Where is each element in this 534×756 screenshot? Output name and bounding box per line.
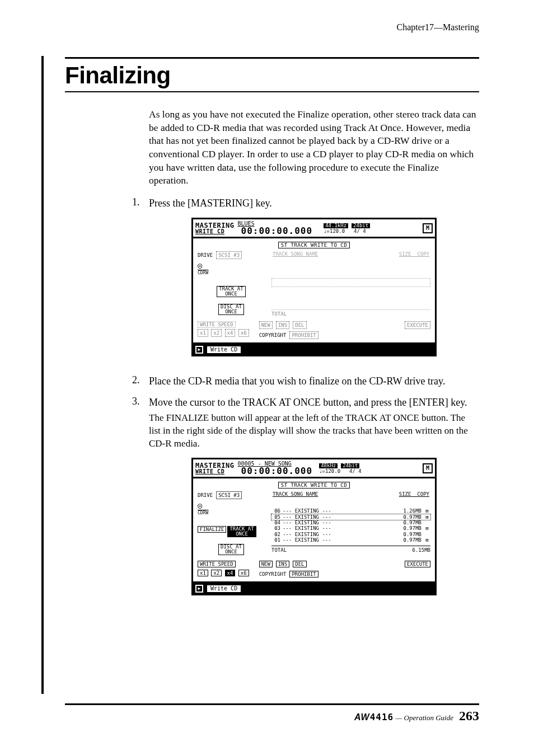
lcd2-drive-label: DRIVE <box>198 492 213 498</box>
speed-x1-button[interactable]: x1 <box>198 570 208 576</box>
speed-x4-button[interactable]: x4 <box>225 329 236 337</box>
lcd2-list-header-name: TRACK SONG NAME <box>273 491 318 497</box>
disc-icon: ◎ <box>198 501 202 510</box>
write-cd-tab[interactable]: Write CD <box>207 585 241 593</box>
lcd-screenshot-2: MASTERING WRITE CD 00005 - NEW SONG 00:0… <box>191 458 437 595</box>
track-number: 05 <box>271 514 280 520</box>
step-1-number: 1. <box>132 196 149 210</box>
title-rule-top <box>65 57 479 59</box>
lcd2-writecd-label: WRITE CD <box>195 469 235 475</box>
title-rule-bottom <box>65 91 479 92</box>
track-size: 0.97MB <box>396 537 421 543</box>
track-copy-flag: ⊠ <box>424 537 430 543</box>
track-row[interactable]: 05--- EXISTING ---0.97MB⊠ <box>271 514 430 520</box>
track-name: --- EXISTING --- <box>283 537 394 543</box>
execute-button[interactable]: EXECUTE <box>405 561 430 567</box>
track-row[interactable]: 02--- EXISTING ---0.97MB <box>271 532 430 537</box>
track-copy-flag: ⊠ <box>424 508 430 514</box>
lcd1-cdrw-label: CDRW <box>198 270 208 275</box>
brand-aw: AW <box>354 712 370 722</box>
lcd1-drive-selector[interactable]: SCSI #3 <box>216 251 242 259</box>
speed-x6-button[interactable]: x6 <box>238 329 249 337</box>
finalize-button[interactable]: FINALIZE <box>198 526 226 533</box>
disc-at-once-button[interactable]: DISC AT ONCE <box>218 304 244 315</box>
disc-at-once-button[interactable]: DISC AT ONCE <box>218 544 244 555</box>
track-name: --- EXISTING --- <box>283 520 394 525</box>
track-row[interactable]: 06--- EXISTING ---1.26MB⊠ <box>271 508 430 514</box>
track-size: 0.97MB <box>396 525 421 531</box>
lcd2-total-label: TOTAL <box>271 547 287 553</box>
step-3-subtext: The FINALIZE button will appear at the l… <box>149 412 479 450</box>
lcd1-bit-badge: 24bit <box>352 223 370 228</box>
lcd1-meter: 4/ 4 <box>354 228 366 234</box>
track-copy-flag <box>424 520 430 525</box>
step-2: 2. Place the CD-R media that you wish to… <box>132 374 479 388</box>
track-at-once-button[interactable]: TRACK AT ONCE <box>217 286 245 297</box>
new-button[interactable]: NEW <box>259 561 273 567</box>
lcd2-copyright-label: COPYRIGHT <box>259 571 287 577</box>
track-size: 0.97MB <box>396 520 421 525</box>
lcd2-meter: 4/ 4 <box>349 468 362 474</box>
lcd2-drive-selector[interactable]: SCSI #3 <box>216 491 242 499</box>
execute-button[interactable]: EXECUTE <box>405 321 430 329</box>
track-number: 02 <box>271 532 280 537</box>
prohibit-button[interactable]: PROHIBIT <box>289 331 318 339</box>
new-button[interactable]: NEW <box>259 321 273 329</box>
lcd1-writecd-label: WRITE CD <box>195 229 235 234</box>
vertical-margin-rule <box>41 56 44 694</box>
lcd1-drive-label: DRIVE <box>198 252 213 258</box>
lcd2-bit-badge: 24bit <box>341 463 359 468</box>
lcd1-list-header-size: SIZE <box>399 251 411 257</box>
track-size: 0.97MB <box>396 532 421 537</box>
lcd1-copyright-label: COPYRIGHT <box>259 332 287 338</box>
speed-x6-button[interactable]: x6 <box>238 570 249 576</box>
speed-x1-button[interactable]: x1 <box>198 329 208 337</box>
page-number: 263 <box>459 708 479 724</box>
play-icon: ▶ <box>195 585 203 593</box>
operation-guide-label: — Operation Guide <box>396 713 453 722</box>
prohibit-button[interactable]: PROHIBIT <box>289 571 318 577</box>
running-header: Chapter17—Mastering <box>65 22 479 32</box>
track-row[interactable]: 03--- EXISTING ---0.97MB⊠ <box>271 525 430 531</box>
speed-x2-button[interactable]: x2 <box>211 570 222 576</box>
ins-button[interactable]: INS <box>276 321 289 329</box>
step-2-text: Place the CD-R media that you wish to fi… <box>149 374 479 388</box>
lcd2-khz-badge: 48kHz <box>319 463 338 468</box>
step-1: 1. Press the [MASTERING] key. <box>132 196 479 210</box>
del-button[interactable]: DEL <box>293 321 306 329</box>
write-cd-tab[interactable]: Write CD <box>207 346 241 354</box>
track-row[interactable]: 01--- EXISTING ---0.97MB⊠ <box>271 537 430 543</box>
lcd2-timecode: 00:00:00.000 <box>238 467 316 476</box>
lcd1-tracklist-empty <box>271 278 430 287</box>
speed-x4-button-active[interactable]: x4 <box>225 570 236 576</box>
play-icon: ▶ <box>195 346 203 354</box>
lcd1-mastering-label: MASTERING <box>195 222 235 229</box>
lcd1-section-title: ST TRACK WRITE TO CD <box>278 242 350 248</box>
lcd1-tempo: ♩=120.0 <box>324 228 345 234</box>
page-title: Finalizing <box>65 62 479 89</box>
lcd2-list-header-copy: COPY <box>417 491 429 497</box>
lcd1-m-badge: M <box>423 223 433 233</box>
lcd2-section-title: ST TRACK WRITE TO CD <box>278 482 350 489</box>
step-3: 3. Move the cursor to the TRACK AT ONCE … <box>132 396 479 409</box>
step-1-text: Press the [MASTERING] key. <box>149 196 479 210</box>
track-name: --- EXISTING --- <box>283 532 394 537</box>
track-number: 03 <box>271 525 280 531</box>
del-button[interactable]: DEL <box>293 561 306 567</box>
lcd1-total-label: TOTAL <box>271 311 287 317</box>
track-size: 1.26MB <box>396 508 421 514</box>
lcd2-list-header-size: SIZE <box>399 491 411 497</box>
lcd2-write-speed-label: WRITE SPEED <box>198 561 236 567</box>
track-name: --- EXISTING --- <box>283 514 394 520</box>
track-at-once-button-active[interactable]: TRACK AT ONCE <box>227 526 256 537</box>
speed-x2-button[interactable]: x2 <box>211 329 222 337</box>
step-3-text: Move the cursor to the TRACK AT ONCE but… <box>149 396 479 409</box>
ins-button[interactable]: INS <box>276 561 289 567</box>
page-footer: AW4416 — Operation Guide 263 <box>65 703 479 724</box>
track-number: 06 <box>271 508 280 514</box>
lcd2-tempo: ♩=120.0 <box>319 468 340 474</box>
track-size: 0.97MB <box>396 514 421 520</box>
track-row[interactable]: 04--- EXISTING ---0.97MB <box>271 520 430 525</box>
lcd2-m-badge: M <box>423 463 433 473</box>
lcd2-tracklist: 06--- EXISTING ---1.26MB⊠05--- EXISTING … <box>271 508 430 543</box>
